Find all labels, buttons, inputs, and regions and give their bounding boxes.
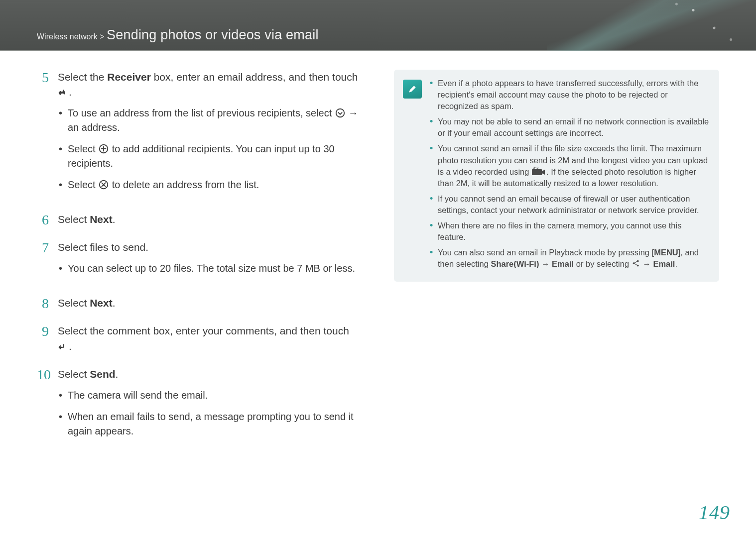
note-item: You cannot send an email if the file siz… — [430, 143, 709, 189]
sub-item: Select to delete an address from the lis… — [58, 178, 362, 192]
sub-item: You can select up to 20 files. The total… — [58, 261, 355, 276]
enter-icon — [58, 341, 69, 352]
svg-rect-3 — [532, 169, 542, 175]
enter-icon — [58, 87, 69, 98]
sub-text: When an email fails to send, a message p… — [68, 411, 354, 436]
sub-list: To use an address from the list of previ… — [58, 106, 362, 192]
sub-item: To use an address from the list of previ… — [58, 106, 362, 135]
step-text: . — [69, 340, 72, 352]
breadcrumb-sep: > — [100, 32, 104, 41]
chevron-down-circle-icon — [335, 107, 346, 118]
sub-text: to delete an address from the list. — [109, 179, 259, 190]
note-text: When there are no files in the camera me… — [438, 221, 681, 241]
plus-circle-icon — [98, 143, 109, 154]
step-number: 5 — [37, 70, 49, 85]
note-text: or by selecting — [574, 259, 631, 268]
page-title: Sending photos or videos via email — [107, 27, 319, 42]
step-body: Select Next. — [58, 296, 116, 311]
share-icon — [631, 259, 640, 268]
step-text: . — [113, 214, 116, 225]
step-text: . — [69, 86, 72, 98]
step-body: Select the Receiver box, enter an email … — [58, 70, 362, 199]
step-number: 8 — [37, 296, 49, 311]
step-5: 5 Select the Receiver box, enter an emai… — [37, 70, 362, 199]
menu-label: MENU — [654, 248, 678, 257]
sub-text: Select — [68, 179, 98, 190]
note-text: You may not be able to send an email if … — [438, 117, 709, 137]
step-number: 7 — [37, 240, 49, 255]
sub-text: The camera will send the email. — [68, 390, 208, 401]
step-number: 10 — [37, 367, 49, 382]
step-text: Select files to send. — [58, 241, 148, 253]
note-text: If you cannot send an email because of f… — [438, 194, 699, 214]
step-body: Select Send. The camera will send the em… — [58, 367, 362, 445]
sub-item: When an email fails to send, a message p… — [58, 410, 362, 438]
step-body: Select files to send. You can select up … — [58, 240, 355, 282]
pencil-icon — [403, 80, 422, 99]
step-number: 6 — [37, 212, 49, 227]
note-box: Even if a photo appears to have transfer… — [394, 70, 719, 282]
email-label: Email — [653, 259, 675, 268]
note-text: You can also send an email in Playback m… — [438, 248, 654, 257]
step-body: Select Next. — [58, 212, 116, 227]
note-text: → — [640, 259, 653, 268]
note-item: You can also send an email in Playback m… — [430, 247, 709, 270]
svg-text:240: 240 — [533, 167, 539, 169]
content-area: 5 Select the Receiver box, enter an emai… — [37, 70, 719, 458]
step-text: . — [113, 297, 116, 309]
step-8: 8 Select Next. — [37, 296, 362, 311]
header-decoration — [547, 0, 756, 51]
step-text: Select the comment box, enter your comme… — [58, 325, 349, 336]
share-wifi-label: Share(Wi-Fi) — [491, 259, 539, 268]
step-number: 9 — [37, 323, 49, 338]
page-number: 149 — [699, 501, 730, 524]
step-text: Select — [58, 368, 90, 380]
step-text-bold: Next — [90, 297, 113, 309]
note-text: Even if a photo appears to have transfer… — [438, 79, 698, 110]
note-text: . — [675, 259, 677, 268]
svg-point-0 — [336, 109, 345, 117]
step-text-bold: Next — [90, 214, 113, 225]
sub-list: The camera will send the email. When an … — [58, 388, 362, 438]
breadcrumb: Wireless network > Sending photos or vid… — [37, 27, 319, 43]
sub-text: Select — [68, 143, 98, 154]
right-column: Even if a photo appears to have transfer… — [394, 70, 719, 458]
step-text-bold: Receiver — [107, 71, 151, 83]
step-10: 10 Select Send. The camera will send the… — [37, 367, 362, 445]
step-text: Select — [58, 214, 90, 225]
step-text: Select the — [58, 71, 107, 83]
breadcrumb-category: Wireless network — [37, 32, 98, 41]
step-text-bold: Send — [90, 368, 115, 380]
step-body: Select the comment box, enter your comme… — [58, 323, 362, 354]
note-item: Even if a photo appears to have transfer… — [430, 78, 709, 112]
note-item: You may not be able to send an email if … — [430, 116, 709, 139]
step-text: Select — [58, 297, 90, 309]
video-240-icon: 240 — [531, 167, 546, 176]
step-text: box, enter an email address, and then to… — [151, 71, 358, 83]
sub-text: You can select up to 20 files. The total… — [68, 263, 355, 274]
x-circle-icon — [98, 179, 109, 190]
sub-text: To use an address from the list of previ… — [68, 107, 335, 118]
note-item: When there are no files in the camera me… — [430, 220, 709, 243]
step-6: 6 Select Next. — [37, 212, 362, 227]
sub-item: The camera will send the email. — [58, 388, 362, 403]
step-7: 7 Select files to send. You can select u… — [37, 240, 362, 282]
left-column: 5 Select the Receiver box, enter an emai… — [37, 70, 362, 458]
note-list: Even if a photo appears to have transfer… — [430, 78, 709, 274]
header-band: Wireless network > Sending photos or vid… — [0, 0, 756, 51]
step-text: . — [116, 368, 119, 380]
note-item: If you cannot send an email because of f… — [430, 193, 709, 216]
sub-list: You can select up to 20 files. The total… — [58, 261, 355, 276]
sub-item: Select to add additional recipients. You… — [58, 142, 362, 171]
step-9: 9 Select the comment box, enter your com… — [37, 323, 362, 354]
email-label: Email — [552, 259, 574, 268]
note-text: → — [539, 259, 552, 268]
